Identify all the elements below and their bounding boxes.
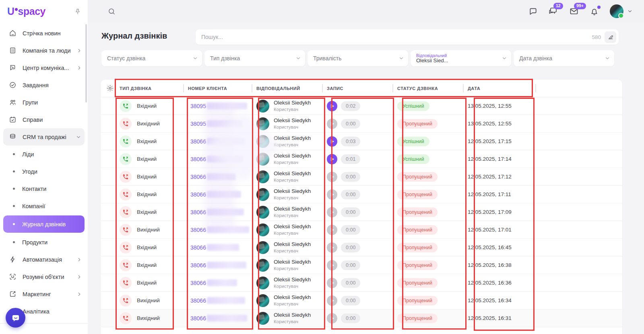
sidebar-item-companies[interactable]: Компанії <box>0 197 88 215</box>
chevron-down-icon <box>605 55 610 61</box>
call-date: 13.05.2025, 12:55 <box>468 121 512 127</box>
column-header-3[interactable]: ВІДПОВІДАЛЬНИЙ <box>252 80 322 97</box>
table-row[interactable]: Вхідний38066Oleksii SiedykhКористувач0:0… <box>101 274 622 292</box>
client-number-link[interactable]: 38066 <box>190 138 206 145</box>
sidebar-item-groups[interactable]: Групи <box>0 94 88 111</box>
client-number-link[interactable]: 38066 <box>190 174 206 180</box>
client-number-link[interactable]: 38066 <box>190 244 206 251</box>
table-row[interactable]: Вхідний38066Oleksii SiedykhКористувач0:0… <box>101 239 622 256</box>
client-number-link[interactable]: 38066 <box>190 209 206 215</box>
bell-icon[interactable] <box>590 7 599 16</box>
table-row[interactable]: Вихідний38095Oleksii SiedykhКористувач0:… <box>101 115 622 133</box>
client-number-link[interactable]: 38066 <box>190 297 206 304</box>
responsible-name: Oleksii Siedykh <box>274 259 311 266</box>
play-button[interactable] <box>327 260 337 270</box>
mail-icon[interactable]: 99+ <box>569 6 579 16</box>
client-number-link[interactable]: 38066 <box>190 280 206 286</box>
sidebar-item-crm[interactable]: CRM та продажі <box>3 128 85 145</box>
client-number-link[interactable]: 38066 <box>190 156 206 162</box>
search-icon[interactable] <box>107 7 116 16</box>
avatar <box>256 100 269 113</box>
play-button[interactable] <box>327 225 337 235</box>
responsible-name: Oleksii Siedykh <box>274 312 311 319</box>
sidebar-item-products[interactable]: Продукти <box>0 234 88 251</box>
column-header-2[interactable]: НОМЕР КЛІЄНТА <box>183 80 252 97</box>
client-number-link[interactable]: 38066 <box>190 191 206 198</box>
sidebar-item-activities[interactable]: Справи <box>0 111 88 128</box>
call-date: 12.05.2025, 17:12 <box>468 174 512 180</box>
sidebar-item-tasks[interactable]: Завдання <box>0 76 88 94</box>
play-button[interactable] <box>327 278 337 288</box>
call-status-badge: Пропущений <box>397 190 438 199</box>
play-button[interactable] <box>327 119 337 129</box>
play-button[interactable] <box>327 189 337 200</box>
filter-duration[interactable]: Тривалість <box>308 50 408 66</box>
play-button[interactable] <box>327 136 337 147</box>
sidebar-item-label: Продукти <box>22 239 82 246</box>
support-chat-button[interactable] <box>6 308 25 328</box>
uspacy-logo[interactable]: Uspacy <box>7 6 45 17</box>
call-in-icon <box>120 242 132 254</box>
column-header-filler <box>535 80 622 97</box>
client-number-link[interactable]: 38095 <box>190 103 206 109</box>
comment-icon[interactable] <box>528 7 538 16</box>
sidebar-item-contacts[interactable]: Контакти <box>0 180 88 197</box>
duration-pill: 0:00 <box>341 314 360 323</box>
table-row[interactable]: Вхідний38066Oleksii SiedykhКористувач0:0… <box>101 256 622 274</box>
messenger-icon[interactable]: 12 <box>549 6 558 16</box>
play-button[interactable] <box>327 172 337 182</box>
table-settings-gear-icon[interactable] <box>105 84 115 92</box>
column-header-1[interactable]: ТИП ДЗВІНКА <box>115 80 183 97</box>
sidebar-item-leads[interactable]: Ліди <box>0 145 88 163</box>
table-row[interactable]: Вхідний38066Oleksii SiedykhКористувач0:0… <box>101 203 622 221</box>
play-button[interactable] <box>327 101 337 111</box>
sidebar-item-automation[interactable]: Автоматизація <box>0 251 88 268</box>
filter-label: Статус дзвінка <box>107 55 192 61</box>
client-number-link[interactable]: 38066 <box>190 315 206 322</box>
sidebar-item-label: Групи <box>23 99 82 106</box>
table-row[interactable]: Вихідний38066Oleksii SiedykhКористувач0:… <box>101 309 622 327</box>
sidebar-item-company[interactable]: Компанія та люди <box>0 42 88 59</box>
client-number-link[interactable]: 38095 <box>190 121 206 127</box>
play-button[interactable] <box>327 295 337 306</box>
filter-call-type[interactable]: Тип дзвінка <box>204 50 305 66</box>
call-type-label: Вхідний <box>137 138 157 144</box>
blurred-number <box>207 156 243 162</box>
filter-call-date[interactable]: Дата дзвінка <box>514 50 614 66</box>
column-header-5[interactable]: СТАТУС ДЗВІНКА <box>392 80 463 97</box>
call-date: 12.05.2025, 17:15 <box>468 138 512 144</box>
table-row[interactable]: Вхідний38066Oleksii SiedykhКористувач0:0… <box>101 133 622 150</box>
play-button[interactable] <box>327 207 337 217</box>
sidebar-item-comm-center[interactable]: Центр комуніка... <box>0 59 88 76</box>
search-input[interactable] <box>201 34 592 40</box>
call-status-badge: Успішний <box>397 137 429 146</box>
sidebar-scrollbar[interactable] <box>85 24 87 102</box>
sidebar-item-deals[interactable]: Угоди <box>0 163 88 180</box>
client-number-link[interactable]: 38066 <box>190 262 206 268</box>
play-button[interactable] <box>327 242 337 253</box>
column-header-6[interactable]: ДАТА <box>463 80 535 97</box>
table-row[interactable]: Вихідний38066Oleksii SiedykhКористувач0:… <box>101 221 622 239</box>
table-row[interactable]: Вхідний38066Oleksii SiedykhКористувач0:0… <box>101 150 622 168</box>
user-menu[interactable] <box>610 4 633 18</box>
sidebar-item-newsfeed[interactable]: Стрічка новин <box>0 25 88 42</box>
call-date: 12.05.2025, 17:11 <box>468 191 511 197</box>
play-button[interactable] <box>327 154 337 164</box>
play-button[interactable] <box>327 313 337 324</box>
pin-sidebar-icon[interactable] <box>74 8 81 15</box>
sidebar-item-call-log[interactable]: Журнал дзвінків <box>3 215 85 233</box>
column-header-4[interactable]: ЗАПИС <box>322 80 392 97</box>
table-row[interactable]: Вхідний38095Oleksii SiedykhКористувач0:0… <box>101 97 622 115</box>
filter-call-status[interactable]: Статус дзвінка <box>101 50 202 66</box>
filter-responsible[interactable]: ВідповідальнийOleksii Sied... <box>411 50 511 66</box>
sidebar-item-smart-objects[interactable]: Розумні об'єкти <box>0 268 88 285</box>
sidebar: Uspacy Стрічка новинКомпанія та людиЦент… <box>0 0 88 334</box>
duration-pill: 0:00 <box>341 119 360 129</box>
table-row[interactable]: Вихідний38066Oleksii SiedykhКористувач0:… <box>101 292 622 309</box>
clear-filters-button[interactable] <box>605 31 616 43</box>
table-row[interactable]: Вхідний38066Oleksii SiedykhКористувач0:0… <box>101 186 622 203</box>
table-row[interactable]: Вхідний38066Oleksii SiedykhКористувач0:0… <box>101 168 622 186</box>
client-number-link[interactable]: 38066 <box>190 227 206 233</box>
sidebar-item-marketing[interactable]: Маркетинг <box>0 285 88 303</box>
responsible-name: Oleksii Siedykh <box>274 294 311 301</box>
